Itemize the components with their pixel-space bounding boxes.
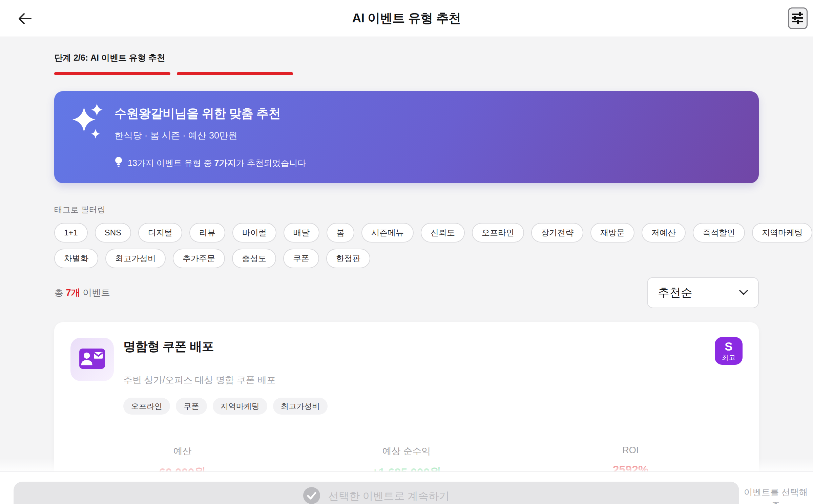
main-content: 단계 2/6: AI 이벤트 유형 추천 수원왕갈비님을 위한 맞춤 추천 한식… [0, 52, 813, 504]
event-count: 총 7개 이벤트 [54, 287, 110, 299]
banner-text: 수원왕갈비님을 위한 맞춤 추천 한식당 · 봄 시즌 · 예산 30만원 13… [114, 105, 306, 169]
progress-segment [177, 72, 293, 75]
event-tags: 오프라인쿠폰지역마케팅최고가성비 [123, 398, 328, 415]
lightbulb-icon [114, 156, 123, 169]
event-tag: 지역마케팅 [213, 398, 267, 415]
list-header: 총 7개 이벤트 추천순 [54, 277, 759, 308]
banner-title: 수원왕갈비님을 위한 맞춤 추천 [114, 105, 306, 122]
banner-subtitle: 한식당 · 봄 시즌 · 예산 30만원 [114, 129, 306, 142]
filter-tag-chip[interactable]: 디지털 [138, 223, 182, 243]
banner-info: 13가지 이벤트 유형 중 7가지가 추천되었습니다 [114, 156, 306, 169]
filter-tag-chip[interactable]: 신뢰도 [421, 223, 465, 243]
filter-tag-chip[interactable]: 바이럴 [232, 223, 276, 243]
tag-filter-label: 태그로 필터링 [54, 204, 759, 215]
filter-tag-chip[interactable]: 한정판 [326, 249, 370, 268]
filter-tag-chip[interactable]: 차별화 [54, 249, 98, 268]
filter-tag-chip[interactable]: 장기전략 [531, 223, 583, 243]
progress-bar [54, 72, 759, 75]
event-card-main: 명함형 쿠폰 배포 주변 상가/오피스 대상 명함 쿠폰 배포 오프라인쿠폰지역… [123, 338, 328, 415]
event-count-number: 7개 [66, 288, 80, 298]
filter-tag-chip[interactable]: 즉석할인 [693, 223, 745, 243]
sliders-icon [792, 12, 804, 25]
check-circle-icon [303, 487, 320, 504]
event-tag: 오프라인 [123, 398, 170, 415]
filter-tag-chip[interactable]: 쿠폰 [283, 249, 319, 268]
filter-tag-chip[interactable]: 추가주문 [173, 249, 225, 268]
filter-tag-chip[interactable]: 저예산 [642, 223, 686, 243]
sort-dropdown-value: 추천순 [658, 285, 692, 300]
grade-badge: S 최고 [715, 337, 743, 365]
step-label: 단계 2/6: AI 이벤트 유형 추천 [54, 52, 759, 63]
back-button[interactable] [16, 11, 35, 27]
filter-tag-chip[interactable]: 재방문 [590, 223, 634, 243]
filter-tag-chip[interactable]: 시즌메뉴 [361, 223, 414, 243]
chevron-down-icon [738, 289, 749, 297]
grade-label: 최고 [722, 353, 735, 361]
bottom-bar: 선택한 이벤트로 계속하기 이벤트를 선택해주 세요 [0, 471, 813, 504]
contact-card-icon [79, 349, 105, 370]
tag-filter-row-1: 1+1SNS디지털리뷰바이럴배달봄시즌메뉴신뢰도오프라인장기전략재방문저예산즉석… [54, 223, 759, 243]
filter-tag-chip[interactable]: 배달 [284, 223, 319, 243]
sort-dropdown[interactable]: 추천순 [647, 277, 759, 308]
continue-button-label: 선택한 이벤트로 계속하기 [328, 489, 450, 503]
banner-info-text: 13가지 이벤트 유형 중 7가지가 추천되었습니다 [128, 158, 306, 169]
progress-segment [54, 72, 170, 75]
event-card-top: 명함형 쿠폰 배포 주변 상가/오피스 대상 명함 쿠폰 배포 오프라인쿠폰지역… [70, 338, 743, 415]
filter-tag-chip[interactable]: SNS [95, 223, 131, 243]
sparkles-icon [71, 103, 108, 143]
ai-recommendation-banner: 수원왕갈비님을 위한 맞춤 추천 한식당 · 봄 시즌 · 예산 30만원 13… [54, 91, 759, 183]
filter-tag-chip[interactable]: 충성도 [232, 249, 276, 268]
event-description: 주변 상가/오피스 대상 명함 쿠폰 배포 [123, 374, 328, 386]
event-icon-container [70, 338, 114, 381]
page-title: AI 이벤트 유형 추천 [352, 10, 461, 27]
tag-filter-row-2: 차별화최고가성비추가주문충성도쿠폰한정판 [54, 249, 759, 268]
filter-tag-chip[interactable]: 리뷰 [189, 223, 225, 243]
event-tag: 최고가성비 [273, 398, 328, 415]
event-tag: 쿠폰 [176, 398, 207, 415]
header: AI 이벤트 유형 추천 [0, 0, 813, 37]
event-title: 명함형 쿠폰 배포 [123, 338, 328, 355]
grade-letter: S [725, 340, 732, 353]
filter-tag-chip[interactable]: 1+1 [54, 223, 88, 243]
filter-tag-chip[interactable]: 오프라인 [472, 223, 524, 243]
select-event-hint: 이벤트를 선택해주 세요 [742, 486, 810, 504]
continue-button[interactable]: 선택한 이벤트로 계속하기 [14, 482, 739, 504]
filter-tag-chip[interactable]: 지역마케팅 [752, 223, 812, 243]
filter-tag-chip[interactable]: 최고가성비 [105, 249, 166, 268]
filter-tag-chip[interactable]: 봄 [327, 223, 354, 243]
filter-settings-button[interactable] [788, 7, 808, 29]
back-arrow-icon [17, 12, 33, 26]
